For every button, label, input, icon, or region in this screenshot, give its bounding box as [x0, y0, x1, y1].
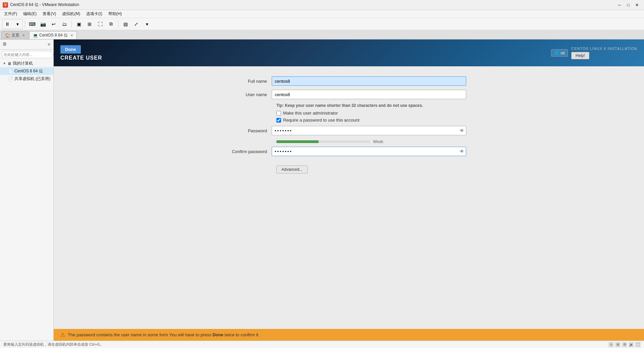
view-split[interactable]: ⊞	[85, 19, 95, 29]
tree-item-shared[interactable]: 📄 共享虚拟机 (已弃用)	[0, 75, 53, 83]
password-row: Password 👁	[231, 126, 466, 135]
tree-item-centos[interactable]: 📄 CentOS 8 64 位	[0, 67, 53, 75]
installation-title: CENTOS LINUX 8 INSTALLATION	[571, 47, 637, 51]
tab-centos[interactable]: 💻 CentOS 8 64 位 ✕	[29, 31, 77, 39]
require-password-row: Require a password to use this account	[276, 118, 466, 123]
separator-3	[118, 20, 118, 28]
username-row: User name	[231, 90, 466, 99]
menu-edit[interactable]: 编辑(E)	[20, 10, 39, 17]
form-area: Full name User name Tip: Keep your user …	[54, 66, 644, 329]
home-icon: 🏠	[5, 33, 10, 38]
library-title: 库	[3, 42, 7, 47]
terminal-button[interactable]: ▤	[120, 19, 130, 29]
admin-checkbox-label[interactable]: Make this user administrator	[283, 111, 338, 116]
expand-icon: ▼	[3, 62, 6, 65]
dropdown-button[interactable]: ▾	[12, 19, 22, 29]
pause-button[interactable]: ⏸	[2, 19, 12, 29]
revert-button[interactable]: ↩	[49, 19, 59, 29]
status-icon-5[interactable]: ⛶	[635, 342, 641, 347]
separator-2	[71, 20, 72, 28]
lang-label: us	[560, 51, 565, 55]
tip-text: Tip: Keep your user name shorter than 32…	[276, 103, 466, 108]
separator-1	[25, 20, 25, 28]
fullname-row: Full name	[231, 76, 466, 86]
password-input[interactable]	[272, 126, 466, 135]
lang-selector[interactable]: 🌐 us	[551, 49, 568, 57]
menu-bar: 文件(F) 编辑(E) 查看(V) 虚拟机(M) 选项卡(I) 帮助(H)	[0, 10, 644, 18]
tab-centos-close[interactable]: ✕	[70, 33, 73, 37]
shared-icon: 📄	[8, 77, 13, 81]
confirm-input[interactable]	[272, 147, 466, 156]
strength-label: Weak	[373, 139, 383, 144]
confirm-wrapper: 👁	[272, 147, 466, 156]
stretch-dropdown[interactable]: ▾	[142, 19, 152, 29]
tip-bold: Tip:	[276, 103, 284, 108]
header-right: 🌐 us CENTOS LINUX 8 INSTALLATION Help!	[551, 47, 637, 59]
warning-text-after: twice to confirm it.	[223, 332, 260, 337]
tip-content: Keep your user name shorter than 32 char…	[285, 103, 423, 108]
warning-text: The password contains the user name in s…	[68, 332, 260, 337]
confirm-eye-button[interactable]: 👁	[460, 149, 464, 154]
advanced-button[interactable]: Advanced...	[276, 165, 308, 173]
status-icon-1[interactable]: ⊙	[608, 342, 614, 347]
require-password-label[interactable]: Require a password to use this account	[283, 118, 360, 123]
snapshot-button[interactable]: 📷	[38, 19, 48, 29]
search-box[interactable]: ▼	[2, 51, 51, 58]
status-icons: ⊙ ⊞ ⚙ 🔊 ⛶	[608, 342, 641, 347]
close-button[interactable]: ✕	[633, 2, 641, 8]
menu-tab[interactable]: 选项卡(I)	[84, 10, 105, 17]
window-title: CentOS 8 64 位 - VMware Workstation	[10, 2, 79, 8]
stretch-button[interactable]: ⤢	[131, 19, 141, 29]
restore-button[interactable]: □	[624, 2, 633, 8]
status-icon-4[interactable]: 🔊	[629, 342, 634, 347]
flag-icon: 🌐	[554, 51, 559, 55]
search-input[interactable]	[2, 53, 51, 57]
centos-header: Done CREATE USER 🌐 us CENTOS LINUX 8 INS…	[54, 40, 644, 66]
left-panel: 库 ✕ ▼ ▼ 🖥 我的计算机 📄 CentOS 8 64 位 📄 共享虚拟机 …	[0, 40, 54, 341]
username-label: User name	[231, 92, 272, 97]
help-button[interactable]: Help!	[571, 52, 589, 59]
status-message: 要将输入定向到该虚拟机，请在虚拟机内部单击或按 Ctrl+G。	[3, 342, 104, 347]
tab-home[interactable]: 🏠 主页 ✕	[1, 31, 29, 39]
password-eye-button[interactable]: 👁	[460, 128, 464, 133]
tab-centos-label: CentOS 8 64 位	[39, 32, 68, 38]
tree-item-mycomputer[interactable]: ▼ 🖥 我的计算机	[0, 60, 53, 67]
fullname-label: Full name	[231, 79, 272, 84]
vm-area[interactable]: Done CREATE USER 🌐 us CENTOS LINUX 8 INS…	[54, 40, 644, 341]
strength-bar-fill	[276, 140, 319, 143]
form-inner: Full name User name Tip: Keep your user …	[231, 76, 466, 173]
menu-vm[interactable]: 虚拟机(M)	[59, 10, 83, 17]
manage-snapshots[interactable]: 🗂	[59, 19, 69, 29]
fullscreen[interactable]: ⛶	[95, 19, 105, 29]
done-button[interactable]: Done	[60, 45, 81, 54]
warning-bold: Done	[212, 332, 223, 337]
view-single[interactable]: ▣	[74, 19, 84, 29]
view-options[interactable]: ⧉	[106, 19, 116, 29]
password-wrapper: 👁	[272, 126, 466, 135]
menu-file[interactable]: 文件(F)	[1, 10, 20, 17]
tab-home-close[interactable]: ✕	[22, 33, 25, 37]
title-bar: V CentOS 8 64 位 - VMware Workstation ─ □…	[0, 0, 644, 10]
status-icon-2[interactable]: ⊞	[615, 342, 621, 347]
warning-text-before: The password contains the user name in s…	[68, 332, 212, 337]
strength-row: Weak	[276, 139, 466, 144]
menu-help[interactable]: 帮助(H)	[106, 10, 125, 17]
power-controls: ⏸ ▾	[2, 19, 23, 29]
menu-view[interactable]: 查看(V)	[40, 10, 59, 17]
require-password-checkbox[interactable]	[276, 118, 281, 123]
library-close-icon[interactable]: ✕	[47, 42, 51, 47]
password-label: Password	[231, 128, 272, 133]
status-icon-3[interactable]: ⚙	[622, 342, 627, 347]
tree-label-mycomputer: 我的计算机	[13, 61, 33, 66]
confirm-password-row: Confirm password 👁	[231, 147, 466, 156]
username-input[interactable]	[272, 90, 466, 99]
minimize-button[interactable]: ─	[615, 2, 624, 8]
fullname-input[interactable]	[272, 76, 466, 86]
page-title: CREATE USER	[60, 55, 102, 61]
confirm-label: Confirm password	[231, 149, 272, 154]
admin-checkbox[interactable]	[276, 111, 281, 116]
status-right: ⊙ ⊞ ⚙ 🔊 ⛶	[608, 342, 641, 347]
send-ctrl-alt-del[interactable]: ⌨	[27, 19, 37, 29]
app-icon: V	[3, 2, 8, 8]
tab-bar: 🏠 主页 ✕ 💻 CentOS 8 64 位 ✕	[0, 30, 644, 40]
